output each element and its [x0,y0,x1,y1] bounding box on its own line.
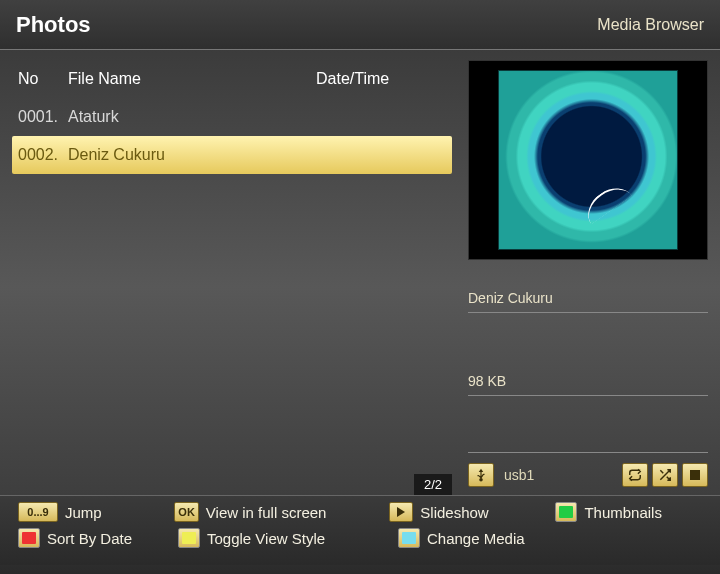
file-list-panel: No File Name Date/Time 0001. Ataturk 000… [12,60,452,495]
page-indicator: 2/2 [414,474,452,495]
preview-panel: Deniz Cukuru 98 KB usb1 [468,60,708,495]
key-yellow-icon [178,528,200,548]
col-header-no: No [18,70,68,88]
cell-no: 0002. [18,146,68,164]
list-item[interactable]: 0001. Ataturk [12,98,452,136]
hint-sort: Sort By Date [18,528,178,548]
key-green-icon [555,502,577,522]
app-title: Media Browser [597,16,704,34]
hint-ok: OK View in full screen [174,502,389,522]
cell-no: 0001. [18,108,68,126]
footer-hints: 0...9 Jump OK View in full screen Slides… [0,495,720,565]
repeat-icon[interactable] [622,463,648,487]
preview-image [498,70,678,250]
source-name: usb1 [504,467,612,483]
hint-slideshow: Slideshow [389,502,555,522]
preview-image-box [468,60,708,260]
shuffle-icon[interactable] [652,463,678,487]
key-play-icon [389,502,413,522]
hint-toggle: Toggle View Style [178,528,398,548]
hint-label: View in full screen [206,504,327,521]
key-ok: OK [174,502,199,522]
key-blue-icon [398,528,420,548]
svg-rect-1 [690,470,700,480]
hint-label: Thumbnails [584,504,662,521]
usb-icon [468,463,494,487]
col-header-datetime: Date/Time [316,70,446,88]
list-item[interactable]: 0002. Deniz Cukuru [12,136,452,174]
hint-label: Sort By Date [47,530,132,547]
title-bar: Photos Media Browser [0,0,720,50]
hint-label: Slideshow [420,504,488,521]
cell-name: Ataturk [68,108,316,126]
hint-label: Jump [65,504,102,521]
col-header-filename: File Name [68,70,316,88]
source-bar: usb1 [468,452,708,495]
hint-label: Change Media [427,530,525,547]
preview-filename: Deniz Cukuru [468,290,708,313]
preview-filesize: 98 KB [468,373,708,396]
list-header: No File Name Date/Time [12,60,452,98]
svg-point-0 [480,479,482,481]
hint-jump: 0...9 Jump [18,502,174,522]
content-area: No File Name Date/Time 0001. Ataturk 000… [0,50,720,495]
key-red-icon [18,528,40,548]
page-title: Photos [16,12,91,38]
hint-thumbnails: Thumbnails [555,502,702,522]
hint-label: Toggle View Style [207,530,325,547]
key-numeric: 0...9 [18,502,58,522]
stop-icon[interactable] [682,463,708,487]
hint-changemedia: Change Media [398,528,568,548]
cell-name: Deniz Cukuru [68,146,316,164]
